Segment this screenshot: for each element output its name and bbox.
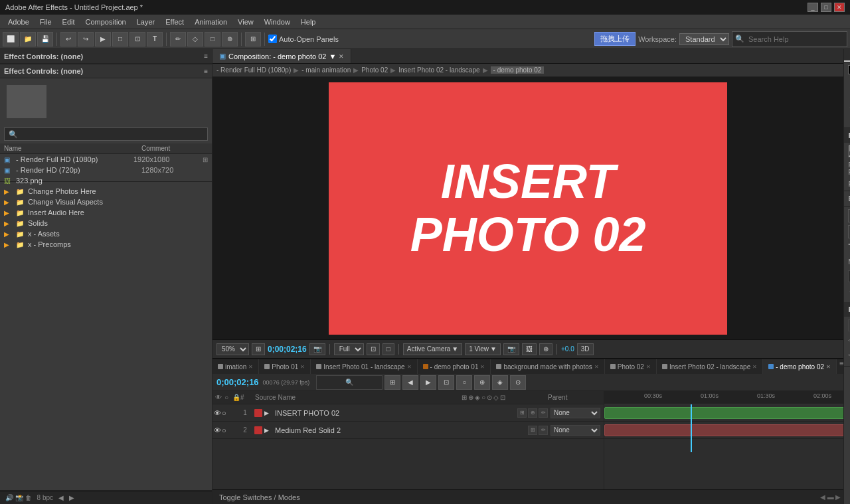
pen-btn[interactable]: ✏ xyxy=(170,32,186,46)
bread-photo02[interactable]: Photo 02 xyxy=(361,66,388,74)
tl-btn6[interactable]: ⊕ xyxy=(474,375,490,390)
tab-close[interactable]: ✕ xyxy=(300,364,305,370)
quality-select[interactable]: Full xyxy=(334,343,364,355)
menu-window[interactable]: Window xyxy=(259,17,296,27)
camera-btn[interactable]: 📷 xyxy=(309,343,325,355)
snap-btn[interactable]: ⊞ xyxy=(252,343,265,355)
list-item[interactable]: ▣ - Render Full HD (1080p) 1920x1080 ⊞ xyxy=(0,154,212,165)
tl-btn1[interactable]: ⊞ xyxy=(384,375,400,390)
menu-effect[interactable]: Effect xyxy=(160,17,189,27)
tl-btn2[interactable]: ◀ xyxy=(402,375,418,390)
comp-tab-menu[interactable]: ▼ xyxy=(329,52,336,60)
zoom-select[interactable]: 50% xyxy=(216,343,249,355)
tl-btn7[interactable]: ◈ xyxy=(492,375,508,390)
menu-animation[interactable]: Animation xyxy=(189,17,232,27)
paint-btn[interactable]: ⊕ xyxy=(222,32,238,46)
redo-btn[interactable]: ↪ xyxy=(78,32,94,46)
undo-btn[interactable]: ↩ xyxy=(60,32,76,46)
mask-btn[interactable]: ◇ xyxy=(187,32,203,46)
views-dropdown[interactable]: ▼ xyxy=(490,345,497,353)
maximize-button[interactable]: □ xyxy=(821,3,831,12)
show-snapshot-btn[interactable]: 🖼 xyxy=(522,343,537,355)
project-search-input[interactable] xyxy=(4,127,208,141)
shape-btn[interactable]: □ xyxy=(205,32,220,46)
3d-btn[interactable]: 3D xyxy=(577,343,594,355)
text-btn[interactable]: T xyxy=(147,32,163,46)
sw-btn-1[interactable]: ⊞ xyxy=(517,408,527,418)
layer-eye-1[interactable]: 👁 xyxy=(212,409,222,417)
layer-expand-2[interactable]: ▶ xyxy=(264,427,275,434)
layer-eye-2[interactable]: 👁 xyxy=(212,426,222,434)
comp-tab-active[interactable]: ▣ Composition: - demo photo 02 ▼ ✕ xyxy=(212,49,351,63)
tl-btn3[interactable]: ▶ xyxy=(420,375,436,390)
tab-close[interactable]: ✕ xyxy=(646,364,651,370)
search-input[interactable] xyxy=(744,33,844,46)
camera-view-btn[interactable]: Active Camera ▼ xyxy=(403,343,462,355)
parent-select-1[interactable]: None xyxy=(551,408,600,418)
tl-tab-insert02[interactable]: Insert Photo 02 - landscape ✕ xyxy=(657,359,763,374)
current-time-display[interactable]: 0;00;02;16 xyxy=(216,377,259,387)
tab-close[interactable]: ✕ xyxy=(480,364,485,370)
layer-solo-1[interactable]: ○ xyxy=(222,409,230,417)
tl-tab-animation[interactable]: imation ✕ xyxy=(212,359,259,374)
menu-layer[interactable]: Layer xyxy=(131,17,161,27)
close-button[interactable]: ✕ xyxy=(834,3,845,12)
tl-tab-insert01[interactable]: Insert Photo 01 - landscape ✕ xyxy=(311,359,417,374)
tab-info[interactable]: Info xyxy=(844,49,850,62)
sw-btn-4[interactable]: ⊞ xyxy=(528,426,537,435)
window-controls[interactable]: _ □ ✕ xyxy=(808,3,845,12)
region-btn[interactable]: □ xyxy=(382,343,394,355)
minimize-button[interactable]: _ xyxy=(808,3,818,12)
menu-adobe[interactable]: Adobe xyxy=(3,17,35,27)
views-btn[interactable]: 1 View ▼ xyxy=(465,343,501,355)
track-bar-1[interactable] xyxy=(604,407,843,419)
parent-select-2[interactable]: None xyxy=(551,425,600,436)
snapshot-btn[interactable]: 📷 xyxy=(503,343,519,355)
tl-tab-demo01[interactable]: - demo photo 01 ✕ xyxy=(418,359,491,374)
tl-tab-bg[interactable]: background made with photos ✕ xyxy=(491,359,604,374)
align-btn[interactable]: ⊞ xyxy=(245,32,261,46)
tl-tab-photo01[interactable]: Photo 01 ✕ xyxy=(259,359,311,374)
bread-insert[interactable]: Insert Photo 02 - landscape xyxy=(398,66,479,74)
toggle-btn[interactable]: ⊡ xyxy=(367,343,380,355)
auto-open-panels-check[interactable]: Auto-Open Panels xyxy=(268,35,339,43)
menu-view[interactable]: View xyxy=(232,17,259,27)
tl-search-btn[interactable]: 🔍 xyxy=(316,375,382,390)
tab-close[interactable]: ✕ xyxy=(826,364,831,370)
layer-solo-2[interactable]: ○ xyxy=(222,426,230,434)
layer-expand-1[interactable]: ▶ xyxy=(264,410,275,416)
frame-btn2[interactable]: ⊡ xyxy=(129,32,145,46)
toggle-switches-btn[interactable]: Toggle Switches / Modes xyxy=(215,492,304,503)
new-project-btn[interactable]: ⬜ xyxy=(3,32,19,46)
tab-close[interactable]: ✕ xyxy=(752,364,757,370)
bread-main[interactable]: - main animation xyxy=(301,66,351,74)
playhead[interactable] xyxy=(691,404,692,452)
workspace-select[interactable]: Standard xyxy=(679,33,729,45)
tl-btn5[interactable]: ○ xyxy=(456,375,472,390)
camera-dropdown[interactable]: ▼ xyxy=(452,345,458,353)
sw-btn-3[interactable]: ✏ xyxy=(539,408,548,418)
show-channel-btn[interactable]: ⊕ xyxy=(539,343,552,355)
tl-btn4[interactable]: ⊡ xyxy=(438,375,454,390)
render-btn[interactable]: ▶ xyxy=(95,32,111,46)
tab-close[interactable]: ✕ xyxy=(248,364,253,370)
list-item[interactable]: ▣ - Render HD (720p) 1280x720 xyxy=(0,165,212,175)
track-bar-2[interactable] xyxy=(604,424,843,436)
sw-btn-2[interactable]: ⊕ xyxy=(528,408,537,418)
bread-render[interactable]: - Render Full HD (1080p) xyxy=(216,66,291,74)
sw-btn-5[interactable]: ✏ xyxy=(539,426,548,435)
frame-btn[interactable]: □ xyxy=(112,32,128,46)
tl-tab-demo02[interactable]: - demo photo 02 ✕ xyxy=(763,359,837,374)
bread-demo[interactable]: - demo photo 02 xyxy=(491,66,545,74)
save-btn[interactable]: 💾 xyxy=(37,32,53,46)
tl-btn8[interactable]: ⊙ xyxy=(510,375,526,390)
project-panel-menu-icon[interactable]: ≡ xyxy=(204,52,208,60)
menu-composition[interactable]: Composition xyxy=(80,17,131,27)
tab-close[interactable]: ✕ xyxy=(407,364,412,370)
open-btn[interactable]: 📁 xyxy=(20,32,36,46)
tab-effects[interactable]: Effects & Presets xyxy=(844,191,850,206)
tab-close[interactable]: ✕ xyxy=(594,364,599,370)
effect-controls-menu[interactable]: ≡ xyxy=(204,68,208,75)
menu-edit[interactable]: Edit xyxy=(57,17,80,27)
tl-tab-photo02[interactable]: Photo 02 ✕ xyxy=(605,359,657,374)
